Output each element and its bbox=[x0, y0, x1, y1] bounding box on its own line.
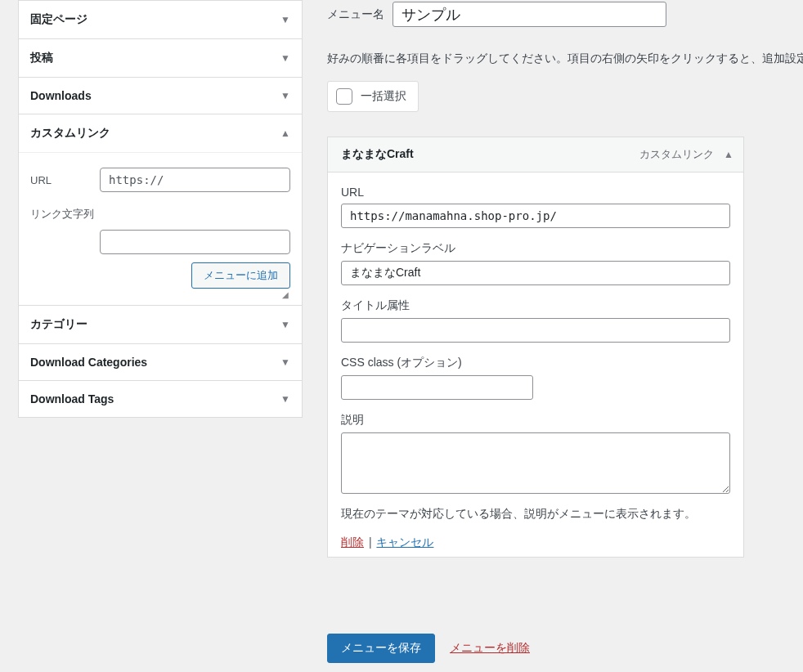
item-css-class-input[interactable] bbox=[341, 375, 533, 400]
accordion-pages[interactable]: 固定ページ ▼ bbox=[19, 1, 302, 38]
custom-link-url-label: URL bbox=[30, 174, 100, 186]
custom-link-url-input[interactable] bbox=[100, 168, 290, 192]
bulk-select[interactable]: 一括選択 bbox=[327, 81, 419, 112]
item-description-label: 説明 bbox=[341, 413, 730, 428]
separator: | bbox=[369, 535, 372, 549]
accordion-posts-title: 投稿 bbox=[30, 51, 53, 65]
accordion-downloads[interactable]: Downloads ▼ bbox=[19, 78, 302, 114]
menu-name-label: メニュー名 bbox=[327, 7, 384, 22]
menu-item-type: カスタムリンク bbox=[639, 147, 714, 162]
delete-menu-link[interactable]: メニューを削除 bbox=[450, 641, 530, 656]
item-delete-link[interactable]: 削除 bbox=[341, 535, 364, 549]
accordion-download-tags[interactable]: Download Tags ▼ bbox=[19, 381, 302, 417]
instruction-text: 好みの順番に各項目をドラッグしてください。項目の右側の矢印をクリックすると、追加… bbox=[327, 52, 803, 66]
item-description-hint: 現在のテーマが対応している場合、説明がメニューに表示されます。 bbox=[341, 504, 730, 522]
accordion-download-categories[interactable]: Download Categories ▼ bbox=[19, 344, 302, 380]
chevron-down-icon: ▼ bbox=[280, 52, 290, 64]
item-description-textarea[interactable] bbox=[341, 432, 730, 494]
accordion-posts[interactable]: 投稿 ▼ bbox=[19, 39, 302, 77]
item-cancel-link[interactable]: キャンセル bbox=[376, 535, 433, 549]
menu-item-title: まなまなCraft bbox=[341, 147, 639, 162]
custom-link-text-input[interactable] bbox=[100, 230, 290, 254]
chevron-down-icon: ▼ bbox=[280, 319, 290, 330]
accordion-categories[interactable]: カテゴリー ▼ bbox=[19, 306, 302, 343]
menu-item-header[interactable]: まなまなCraft カスタムリンク ▲ bbox=[328, 137, 743, 172]
chevron-up-icon: ▲ bbox=[280, 128, 290, 139]
chevron-down-icon: ▼ bbox=[280, 393, 290, 405]
item-nav-label-input[interactable] bbox=[341, 261, 730, 285]
resize-handle-icon[interactable]: ◢ bbox=[30, 292, 290, 298]
item-title-attr-label: タイトル属性 bbox=[341, 298, 730, 313]
accordion-custom-link[interactable]: カスタムリンク ▲ bbox=[19, 114, 302, 152]
accordion-downloads-title: Downloads bbox=[30, 89, 92, 102]
item-css-class-label: CSS class (オプション) bbox=[341, 356, 730, 370]
save-menu-button[interactable]: メニューを保存 bbox=[327, 634, 435, 663]
bulk-select-label: 一括選択 bbox=[361, 89, 406, 104]
item-nav-label-label: ナビゲーションラベル bbox=[341, 241, 730, 256]
accordion-categories-title: カテゴリー bbox=[30, 317, 87, 332]
bulk-select-checkbox[interactable] bbox=[336, 88, 352, 105]
custom-link-text-label: リンク文字列 bbox=[30, 207, 100, 222]
item-title-attr-input[interactable] bbox=[341, 318, 730, 343]
item-url-input[interactable] bbox=[341, 204, 730, 228]
chevron-down-icon: ▼ bbox=[280, 356, 290, 368]
chevron-down-icon: ▼ bbox=[280, 90, 290, 101]
accordion-download-categories-title: Download Categories bbox=[30, 356, 147, 369]
add-to-menu-button[interactable]: メニューに追加 bbox=[191, 262, 290, 289]
chevron-up-icon[interactable]: ▲ bbox=[724, 149, 733, 160]
accordion-custom-link-title: カスタムリンク bbox=[30, 126, 110, 141]
menu-name-input[interactable] bbox=[393, 2, 666, 27]
chevron-down-icon: ▼ bbox=[280, 14, 290, 25]
item-url-label: URL bbox=[341, 186, 730, 199]
accordion-pages-title: 固定ページ bbox=[30, 12, 87, 27]
accordion-download-tags-title: Download Tags bbox=[30, 392, 114, 405]
